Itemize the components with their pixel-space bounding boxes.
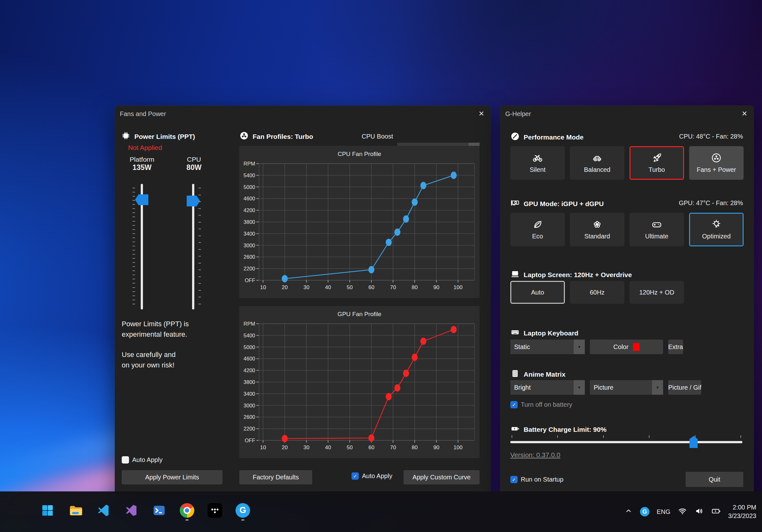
svg-text:50: 50: [347, 284, 353, 290]
mode-button-auto[interactable]: Auto: [510, 281, 565, 304]
quit-button[interactable]: Quit: [686, 472, 743, 487]
platform-limit-label: Platform 135W: [122, 156, 162, 172]
chevron-down-icon[interactable]: ▼: [574, 380, 585, 395]
bicycle-icon: [532, 153, 543, 163]
terminal-icon: [152, 503, 166, 517]
mode-button-silent[interactable]: Silent: [510, 146, 565, 180]
performance-mode-buttons: SilentBalancedTurboFans + Power: [510, 146, 744, 180]
cpu-fan-chart[interactable]: CPU Fan ProfileOFF2200260030003400380042…: [239, 146, 480, 298]
mode-button-eco[interactable]: Eco: [510, 213, 565, 246]
chart-canvas: GPU Fan ProfileOFF2200260030003400380042…: [239, 306, 480, 458]
taskbar-app-vscode[interactable]: [96, 503, 111, 520]
gamepad-icon: [651, 219, 662, 230]
taskbar-app-visual-studio[interactable]: [123, 503, 139, 520]
mode-button-turbo[interactable]: Turbo: [630, 146, 684, 180]
mode-button-ultimate[interactable]: Ultimate: [630, 213, 684, 246]
svg-text:OFF: OFF: [245, 277, 255, 283]
tick-mark: [132, 225, 135, 226]
gauge-icon: [510, 131, 520, 141]
platform-slider-thumb[interactable]: [135, 194, 148, 205]
tick-mark: [198, 222, 201, 223]
version-link[interactable]: Version: 0.37.0.0: [510, 451, 561, 459]
run-on-startup-checkbox[interactable]: ✓ Run on Startup: [510, 476, 564, 483]
cpu-slider-thumb[interactable]: [187, 195, 200, 206]
checkbox-label: Run on Startup: [521, 476, 564, 483]
svg-text:100: 100: [454, 444, 462, 450]
battery-tray-icon[interactable]: [711, 506, 721, 517]
taskbar: G G ENG 2:00 PM 3/23/2023: [0, 492, 762, 532]
taskbar-app-file-explorer[interactable]: [68, 503, 83, 521]
close-icon[interactable]: ✕: [479, 110, 484, 117]
checkbox-box[interactable]: ✓: [351, 472, 359, 480]
tick-mark: [132, 274, 135, 275]
tick-mark: [198, 188, 201, 188]
language-indicator[interactable]: ENG: [657, 508, 670, 515]
mode-button-label: Eco: [532, 233, 543, 240]
keyboard-mode-select[interactable]: Static ▼: [510, 340, 585, 354]
taskbar-app-g-helper[interactable]: G: [235, 503, 251, 521]
keyboard-icon: [510, 328, 520, 339]
fan-icon: [239, 131, 249, 142]
keyboard-color-button[interactable]: Color: [590, 340, 663, 354]
battery-slider-track[interactable]: [510, 441, 742, 443]
ghelper-icon: G: [236, 503, 250, 518]
chevron-down-icon[interactable]: ▼: [574, 340, 585, 354]
tick-mark: [132, 242, 135, 242]
tray-chevron-up-icon[interactable]: [624, 507, 633, 516]
taskbar-app-start[interactable]: [40, 503, 55, 520]
auto-apply-power-checkbox[interactable]: ✓ Auto Apply: [122, 456, 163, 464]
matrix-battery-checkbox[interactable]: ✓ Turn off on battery: [510, 401, 572, 408]
taskbar-app-tidal[interactable]: [207, 503, 222, 521]
matrix-running-select[interactable]: Picture ▼: [590, 380, 663, 395]
mode-button-standard[interactable]: Standard: [570, 213, 624, 246]
taskbar-apps: G: [40, 492, 251, 532]
matrix-picture-button[interactable]: Picture / Gif: [668, 380, 701, 395]
taskbar-app-terminal[interactable]: [152, 503, 167, 520]
tick-mark: [132, 291, 135, 292]
apply-custom-curve-button[interactable]: Apply Custom Curve: [404, 470, 480, 485]
tick-mark: [198, 208, 201, 209]
keyboard-extra-button[interactable]: Extra: [668, 340, 683, 354]
tick-mark: [132, 208, 135, 209]
ghelper-titlebar[interactable]: G-Helper ✕: [500, 106, 754, 122]
mode-button-60hz[interactable]: 60Hz: [570, 281, 624, 304]
monitor-icon: [510, 269, 520, 279]
power-limits-status: Not Applied: [128, 144, 162, 152]
tray-ghelper-icon[interactable]: G: [640, 507, 649, 516]
mode-button-optimized[interactable]: Optimized: [689, 213, 744, 246]
svg-text:70: 70: [390, 444, 396, 450]
checkbox-box[interactable]: ✓: [122, 456, 129, 464]
auto-apply-curve-checkbox[interactable]: ✓ Auto Apply: [351, 472, 392, 480]
factory-defaults-button[interactable]: Factory Defaults: [239, 470, 312, 485]
speaker-icon[interactable]: [695, 506, 704, 517]
fans-window-titlebar[interactable]: Fans and Power ✕: [115, 106, 491, 122]
svg-text:40: 40: [325, 284, 331, 290]
tick-mark: [198, 229, 201, 229]
tick-mark: [198, 256, 201, 257]
gpu-fan-chart[interactable]: GPU Fan ProfileOFF2200260030003400380042…: [239, 306, 480, 458]
tick-mark: [132, 254, 135, 255]
checkbox-box[interactable]: ✓: [510, 476, 518, 483]
tick-mark: [132, 204, 135, 205]
checkbox-box[interactable]: ✓: [510, 401, 518, 408]
apply-power-limits-button[interactable]: Apply Power Limits: [122, 470, 222, 485]
wifi-icon[interactable]: [678, 506, 687, 517]
clock[interactable]: 2:00 PM 3/23/2023: [728, 503, 756, 520]
tick-mark: [132, 270, 135, 271]
mode-button-120hz-od[interactable]: 120Hz + OD: [630, 281, 684, 304]
chevron-down-icon[interactable]: ▼: [652, 380, 663, 395]
close-icon[interactable]: ✕: [742, 110, 747, 117]
taskbar-app-chrome[interactable]: [180, 503, 194, 521]
tick-mark: [557, 435, 558, 438]
matrix-brightness-select[interactable]: Bright ▼: [510, 380, 585, 395]
svg-text:100: 100: [454, 284, 462, 290]
tick-mark: [198, 195, 201, 195]
svg-text:RPM: RPM: [243, 161, 255, 167]
svg-text:40: 40: [325, 444, 331, 450]
tick-mark: [132, 304, 135, 304]
mode-button-balanced[interactable]: Balanced: [570, 146, 624, 180]
tidal-icon: [208, 503, 222, 518]
svg-text:80: 80: [412, 284, 418, 290]
svg-text:20: 20: [282, 284, 288, 290]
mode-button-fans-power[interactable]: Fans + Power: [689, 146, 744, 180]
